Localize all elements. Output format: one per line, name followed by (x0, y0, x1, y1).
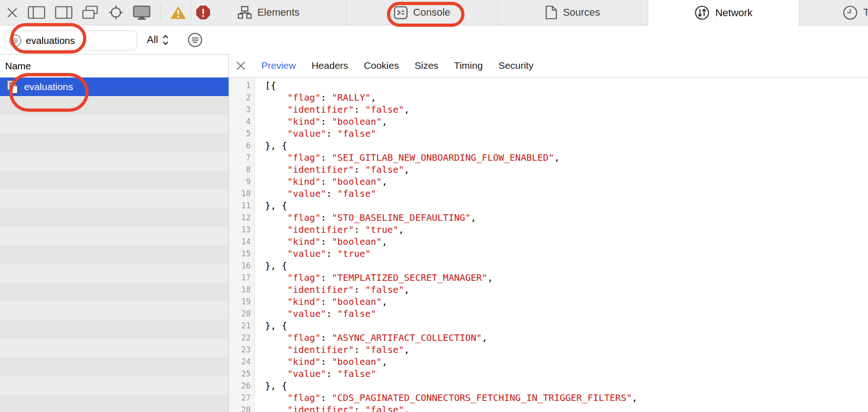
request-row-empty (0, 339, 229, 357)
request-row-empty (0, 227, 229, 245)
request-name: evaluations (24, 81, 73, 92)
code-line: "kind": "boolean", (265, 296, 868, 308)
line-number: 3 (229, 103, 251, 115)
detail-tab-timing[interactable]: Timing (454, 60, 482, 71)
line-number: 12 (229, 212, 251, 224)
request-row-empty (0, 115, 229, 133)
code-lines[interactable]: [{ "flag": "RALLY", "identifier": "false… (255, 78, 868, 412)
scope-value: All (147, 34, 158, 46)
inspector-tab-bar: Elements Console Sources Network Timelin… (0, 0, 868, 25)
line-number: 5 (229, 127, 251, 139)
code-line: }, { (265, 260, 868, 272)
filter-options-button[interactable] (188, 33, 202, 47)
line-number: 27 (229, 392, 251, 404)
code-line: "identifier": "false", (265, 344, 868, 356)
filter-lines-icon (9, 34, 22, 47)
resource-scope-select[interactable]: All (147, 25, 169, 54)
code-line: "identifier": "false", (265, 164, 868, 176)
close-icon[interactable] (6, 7, 18, 18)
element-picker-icon[interactable] (108, 5, 123, 20)
tab-label: Console (413, 6, 451, 18)
issues-warning-icon[interactable] (170, 6, 186, 19)
cascade-windows-icon[interactable] (82, 6, 99, 19)
detail-tab-security[interactable]: Security (499, 60, 534, 71)
code-line: "flag": "RALLY", (265, 91, 868, 103)
line-number: 24 (229, 356, 251, 368)
line-number: 22 (229, 332, 251, 344)
line-number: 13 (229, 224, 251, 236)
detail-tab-cookies[interactable]: Cookies (364, 60, 399, 71)
close-detail-icon[interactable] (235, 61, 246, 71)
device-display-icon[interactable] (133, 6, 151, 20)
request-row-evaluations[interactable]: evaluations (0, 78, 229, 96)
tab-network[interactable]: Network (648, 0, 799, 25)
line-number-gutter: 1234567891011121314151617181920212223242… (229, 78, 255, 412)
tab-console[interactable]: Console (346, 0, 497, 25)
code-line: "value": "true" (265, 248, 868, 260)
line-number: 2 (229, 91, 251, 103)
line-number: 4 (229, 115, 251, 127)
dock-left-icon[interactable] (28, 6, 45, 19)
code-line: "kind": "boolean", (265, 115, 868, 127)
detail-tab-headers[interactable]: Headers (312, 60, 348, 71)
elements-icon (238, 6, 252, 19)
code-line: "identifier": "false", (265, 103, 868, 115)
line-number: 21 (229, 320, 251, 332)
console-icon (394, 6, 408, 19)
request-row-empty (0, 171, 229, 189)
tab-sources[interactable]: Sources (497, 0, 648, 25)
code-line: "flag": "CDS_PAGINATED_CONNECTORS_FETCHI… (265, 392, 868, 404)
detail-tab-sizes[interactable]: Sizes (415, 60, 438, 71)
request-detail-panel: Preview Headers Cookies Sizes Timing Sec… (229, 54, 868, 412)
line-number: 18 (229, 284, 251, 296)
code-line: "kind": "boolean", (265, 176, 868, 188)
code-line: "flag": "ASYNC_ARTIFACT_COLLECTION", (265, 332, 868, 344)
request-row-empty (0, 189, 229, 208)
line-number: 26 (229, 380, 251, 392)
code-line: "kind": "boolean", (265, 236, 868, 248)
line-number: 7 (229, 151, 251, 164)
line-number: 23 (229, 344, 251, 356)
network-filter-row: All (0, 25, 868, 54)
line-number: 15 (229, 248, 251, 260)
line-number: 25 (229, 368, 251, 380)
line-number: 1 (229, 79, 251, 91)
request-row-empty (0, 208, 229, 226)
line-number: 6 (229, 139, 251, 151)
code-line: "flag": "STO_BASELINE_DEFAULTING", (265, 212, 868, 224)
tab-label: Elements (257, 6, 300, 18)
tab-elements[interactable]: Elements (191, 0, 346, 25)
code-line: }, { (265, 320, 868, 332)
json-preview: 1234567891011121314151617181920212223242… (229, 78, 868, 412)
request-list: evaluations (0, 78, 229, 412)
line-number: 16 (229, 260, 251, 272)
detail-tab-preview[interactable]: Preview (261, 60, 296, 71)
code-line: }, { (265, 139, 868, 151)
code-line: "flag": "TEMPLATIZED_SECRET_MANAGER", (265, 272, 868, 284)
request-row-empty (0, 320, 229, 338)
code-line: }, { (265, 380, 868, 392)
code-line: }, { (265, 200, 868, 212)
tab-timelines[interactable]: Timelines (799, 0, 868, 25)
code-line: "value": "false" (265, 308, 868, 320)
request-row-empty (0, 394, 229, 412)
tab-label: Timelines (863, 6, 868, 18)
request-row-empty (0, 133, 229, 152)
request-row-empty (0, 152, 229, 170)
line-number: 9 (229, 176, 251, 188)
code-line: "value": "false" (265, 127, 868, 139)
dock-right-icon[interactable] (55, 6, 72, 19)
select-chevrons-icon (162, 34, 169, 46)
network-icon (694, 5, 710, 20)
timelines-clock-icon (843, 5, 858, 20)
request-list-panel: Name evaluations (0, 54, 229, 412)
request-list-header[interactable]: Name (0, 55, 229, 78)
code-line: "identifier": "false", (265, 404, 868, 412)
inspector-toolbar (0, 0, 191, 25)
line-number: 20 (229, 308, 251, 320)
toolbar-separator (160, 5, 161, 20)
tab-label: Network (715, 7, 753, 19)
filter-field[interactable] (5, 30, 137, 50)
detail-tab-strip: Preview Headers Cookies Sizes Timing Sec… (229, 54, 868, 78)
filter-input[interactable] (26, 35, 123, 46)
